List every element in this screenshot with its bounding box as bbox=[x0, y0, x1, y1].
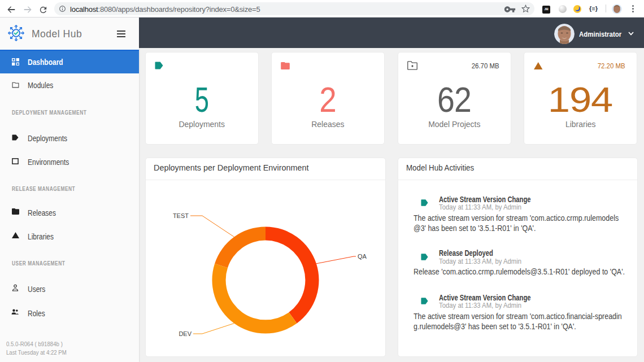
svg-text:DEV: DEV bbox=[179, 330, 192, 337]
svg-text:TEST: TEST bbox=[173, 212, 189, 219]
svg-text:QA: QA bbox=[358, 253, 367, 260]
